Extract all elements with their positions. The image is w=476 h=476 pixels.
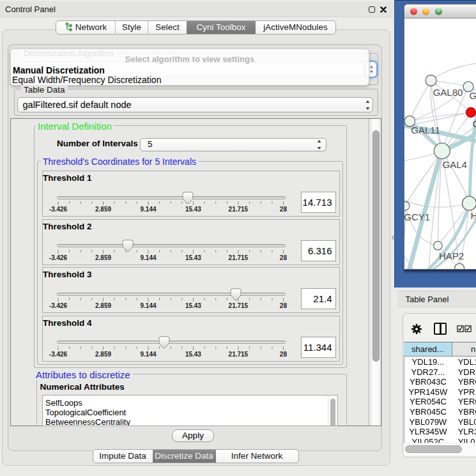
svg-text:GCY1: GCY1 bbox=[404, 211, 430, 222]
svg-text:GAL1: GAL1 bbox=[469, 90, 476, 101]
svg-text:GAL11: GAL11 bbox=[411, 125, 440, 135]
svg-text:HAP4: HAP4 bbox=[470, 210, 476, 221]
svg-text:HAP2: HAP2 bbox=[439, 250, 464, 261]
svg-text:GAL80: GAL80 bbox=[433, 87, 463, 98]
svg-text:GAL4: GAL4 bbox=[442, 159, 466, 170]
svg-text:CRP1: CRP1 bbox=[472, 118, 476, 129]
